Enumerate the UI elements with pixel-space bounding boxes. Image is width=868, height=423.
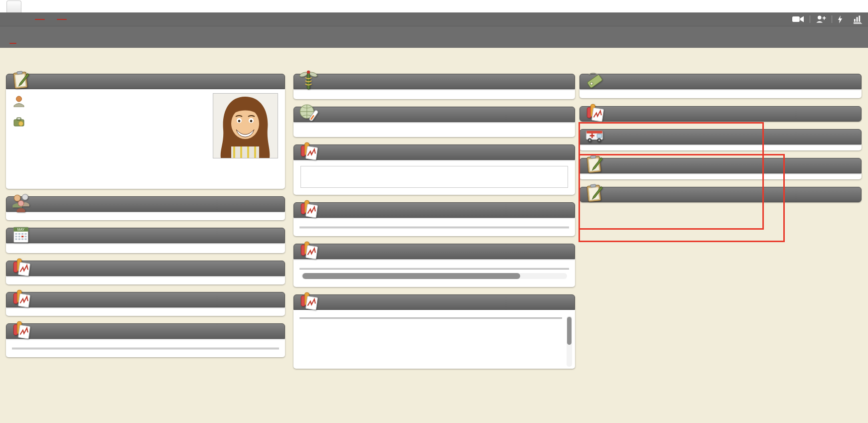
- lab-tubes-icon: [584, 102, 605, 123]
- patient-dob-row: [0, 27, 868, 37]
- portlet-past-medical-history: [579, 158, 862, 179]
- vertical-scrollbar[interactable]: [566, 315, 573, 368]
- portlet-header[interactable]: [579, 74, 862, 89]
- clipboard-pencil-icon: [584, 154, 605, 175]
- demographics-body: [6, 89, 285, 189]
- labs-body: [293, 218, 575, 236]
- lab-tubes-icon: [10, 319, 31, 340]
- portlet-appointments: [6, 228, 285, 253]
- tasks-count-badge[interactable]: [35, 19, 45, 20]
- portlet-header[interactable]: [6, 228, 285, 243]
- portlet-header[interactable]: [6, 292, 285, 307]
- table-header: [299, 263, 569, 270]
- contacts-body: [6, 212, 285, 220]
- portlet-demographics: [6, 74, 285, 189]
- patient-header-icons: [792, 15, 862, 24]
- scrollbar-thumb[interactable]: [567, 317, 572, 345]
- table-header: [12, 343, 279, 349]
- clipboard-pencil-icon: [10, 70, 31, 91]
- right-column: [579, 74, 862, 210]
- portlet-header[interactable]: [293, 107, 575, 122]
- table-header: [299, 222, 569, 228]
- table-header: [299, 315, 562, 319]
- portlet-header[interactable]: [6, 261, 285, 276]
- divider: [810, 15, 810, 23]
- fit-test-body: [293, 259, 575, 287]
- portlet-header[interactable]: [293, 244, 575, 259]
- tag-icon: [584, 70, 605, 91]
- portlet-header[interactable]: [579, 106, 862, 122]
- contacts-people-icon: [10, 192, 31, 213]
- portlet-header[interactable]: [579, 158, 862, 173]
- open-enc-count-badge[interactable]: [57, 19, 67, 20]
- scrollbar-track[interactable]: [567, 316, 572, 367]
- bar-chart-icon[interactable]: [854, 15, 862, 24]
- tab-bar: [0, 0, 868, 12]
- patient-name-row: [0, 12, 868, 26]
- portlet-tb-skin-test: [6, 292, 285, 316]
- work-status-body: [293, 160, 575, 195]
- portlet-header[interactable]: [6, 74, 285, 89]
- divider: [832, 15, 832, 23]
- portlet-documents: [293, 294, 575, 369]
- lab-tubes-icon: [298, 240, 319, 261]
- portlet-header[interactable]: [6, 323, 285, 339]
- globe-thermometer-icon: [298, 103, 319, 124]
- portlet-open-encounters: [579, 106, 862, 122]
- portlet-header[interactable]: [579, 129, 862, 144]
- portlet-medical-history: [579, 129, 862, 150]
- due-list-body: [293, 122, 575, 137]
- portlet-header[interactable]: [293, 74, 575, 89]
- lab-tubes-icon: [298, 141, 319, 161]
- portlet-titer-results: [6, 261, 285, 284]
- portlet-header[interactable]: [293, 294, 575, 310]
- titer-results-body: [6, 276, 285, 284]
- portlet-header[interactable]: [293, 144, 575, 160]
- lab-tubes-icon: [10, 257, 31, 278]
- portlet-quick-links: [579, 74, 862, 98]
- person-add-icon[interactable]: [816, 15, 826, 23]
- appointments-body: [6, 243, 285, 253]
- lab-tubes-icon: [10, 288, 31, 309]
- scrollbar-thumb[interactable]: [302, 273, 520, 279]
- settings-gear-button[interactable]: [6, 0, 21, 12]
- tb-screening-body: [6, 339, 285, 357]
- portlet-panel-membership: [293, 74, 575, 99]
- portlet-header[interactable]: [579, 187, 862, 202]
- portlet-labs: [293, 202, 575, 236]
- briefcase-icon: [13, 116, 25, 130]
- lab-tubes-icon: [298, 198, 319, 219]
- clipboard-pencil-icon: [584, 183, 605, 204]
- medical-history-body: [579, 144, 862, 150]
- lab-tubes-icon: [298, 290, 319, 311]
- person-icon: [13, 95, 25, 110]
- allergy-badge[interactable]: [9, 43, 16, 44]
- middle-column: [293, 74, 575, 376]
- patient-photo-block: [213, 93, 278, 158]
- tb-skin-test-body: [6, 307, 285, 316]
- lightning-bolt-icon[interactable]: [838, 15, 843, 23]
- portlet-work-status: [293, 144, 575, 195]
- horizontal-scrollbar[interactable]: [299, 273, 569, 283]
- portlet-due-list: [293, 107, 575, 137]
- quick-links-body: [579, 89, 862, 98]
- video-camera-icon[interactable]: [792, 15, 804, 23]
- portlet-header[interactable]: [6, 196, 285, 212]
- portlet-tb-screening: [6, 323, 285, 357]
- panel-membership-body: [293, 89, 575, 99]
- calendar-icon: [10, 224, 31, 245]
- portlet-header[interactable]: [293, 202, 575, 218]
- portlet-fit-test: [293, 244, 575, 287]
- patient-header: [0, 12, 868, 48]
- patient-allergy-row: [0, 38, 868, 48]
- documents-body: [293, 310, 575, 369]
- patient-photo: [213, 93, 278, 158]
- caduceus-icon: [298, 70, 319, 91]
- past-medical-history-body: [579, 173, 862, 179]
- ambulance-icon: [584, 125, 605, 146]
- left-column: [6, 74, 285, 365]
- scrollbar-track[interactable]: [301, 273, 567, 279]
- portlet-contacts: [6, 196, 285, 220]
- portlet-problem-list: [579, 187, 862, 202]
